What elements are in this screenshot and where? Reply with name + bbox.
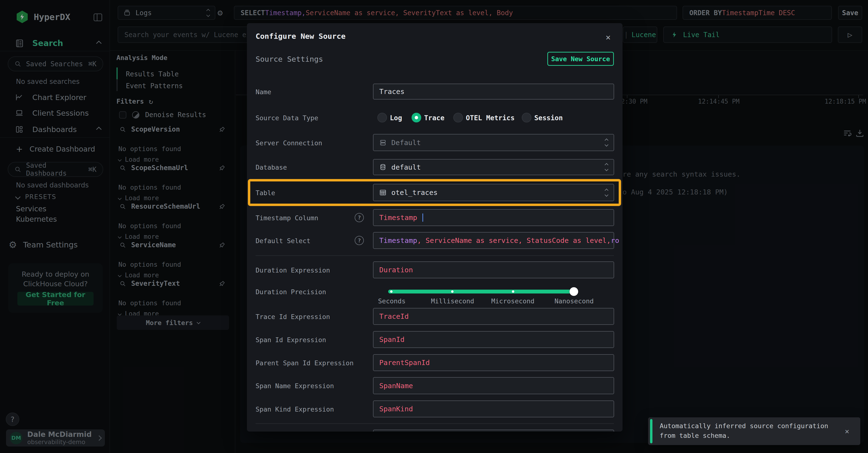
order-by-input[interactable]: ORDER BY TimestampTime DESC xyxy=(683,6,832,20)
sidebar-item-search[interactable]: Search xyxy=(15,38,101,48)
radio-log-label[interactable]: Log xyxy=(390,114,402,122)
parent-span-id-value: ParentSpanId xyxy=(379,359,430,367)
duration-precision-slider[interactable] xyxy=(388,290,576,293)
span-id-label: Span Id Expression xyxy=(255,336,326,344)
span-kind-input[interactable]: SpanKind xyxy=(373,400,614,417)
filter-name[interactable]: ResourceSchemaUrl xyxy=(131,202,200,211)
default-select-part2: , ServiceName as service, StatusCode as … xyxy=(417,236,611,245)
refresh-icon[interactable]: ↻ xyxy=(149,97,153,105)
plus-icon: + xyxy=(16,144,23,154)
pin-icon[interactable] xyxy=(218,164,226,171)
radio-otel-metrics[interactable] xyxy=(453,113,463,122)
timestamp-column-input[interactable]: Timestamp xyxy=(373,209,614,226)
span-id-value: SpanId xyxy=(379,335,405,344)
duration-expression-input[interactable]: Duration xyxy=(373,261,614,278)
database-select[interactable]: default xyxy=(373,159,614,175)
pin-icon[interactable] xyxy=(218,203,226,210)
save-new-source-button[interactable]: Save New Source xyxy=(547,52,614,66)
load-more-button[interactable]: Load more xyxy=(118,271,244,279)
presets-toggle[interactable]: PRESETS xyxy=(16,193,56,200)
slider-thumb[interactable] xyxy=(569,287,578,296)
saved-dashboards-input[interactable]: Saved Dashboards ⌘K xyxy=(8,162,103,177)
shortcut-hint: ⌘K xyxy=(88,60,96,68)
dashboards-icon xyxy=(15,125,24,134)
pin-icon[interactable] xyxy=(218,241,226,249)
pin-icon[interactable] xyxy=(218,280,226,287)
live-tail-button[interactable]: Live Tail xyxy=(663,27,832,43)
default-select-part1: Timestamp xyxy=(379,236,417,245)
user-menu[interactable]: DM Dale McDiarmid observability-demo xyxy=(6,429,105,447)
lucene-toggle[interactable]: | Lucene xyxy=(623,27,657,43)
server-connection-select[interactable]: Default xyxy=(373,134,614,151)
create-dashboard-label: Create Dashboard xyxy=(30,145,95,153)
radio-trace[interactable] xyxy=(411,113,421,122)
create-dashboard-button[interactable]: + Create Dashboard xyxy=(16,144,95,154)
load-more-button[interactable]: Load more xyxy=(118,194,244,202)
save-label: Save xyxy=(842,9,858,17)
sidebar-item-label: Search xyxy=(32,38,63,48)
radio-session-label[interactable]: Session xyxy=(534,114,563,122)
precision-tick-label[interactable]: Seconds xyxy=(378,297,406,305)
tab-event-patterns[interactable]: Event Patterns xyxy=(126,82,183,90)
precision-tick-label[interactable]: Nanosecond xyxy=(555,297,594,305)
radio-session[interactable] xyxy=(522,113,531,122)
denoise-results-option[interactable]: Denoise Results xyxy=(119,111,206,119)
saved-searches-input[interactable]: Saved Searches ⌘K xyxy=(8,56,103,71)
trace-id-input[interactable]: TraceId xyxy=(373,308,614,325)
help-circle-icon[interactable]: ? xyxy=(355,236,364,245)
tab-label: Event Patterns xyxy=(126,82,183,90)
download-icon[interactable] xyxy=(855,128,865,138)
sql-select-input[interactable]: SELECT Timestamp, ServiceName as service… xyxy=(234,6,677,20)
more-filters-button[interactable]: More filters xyxy=(117,315,229,330)
sidebar-item-services[interactable]: Services xyxy=(16,204,46,213)
span-id-input[interactable]: SpanId xyxy=(373,331,614,348)
no-saved-searches-text: No saved searches xyxy=(16,77,80,86)
run-query-play-button[interactable]: ▷ xyxy=(838,27,862,43)
parent-span-id-label: Parent Span Id Expression xyxy=(255,359,353,367)
help-circle-icon[interactable]: ? xyxy=(355,213,364,222)
filter-name[interactable]: SeverityText xyxy=(131,280,180,288)
default-select-input[interactable]: Timestamp, ServiceName as service, Statu… xyxy=(373,232,614,249)
collapse-sidebar-icon[interactable] xyxy=(93,13,103,22)
sidebar-item-client-sessions[interactable]: Client Sessions xyxy=(15,109,89,117)
close-icon[interactable]: ✕ xyxy=(606,32,611,42)
tab-results-table[interactable]: Results Table xyxy=(126,70,179,78)
precision-tick-label[interactable]: Microsecond xyxy=(491,297,534,305)
sidebar-item-kubernetes[interactable]: Kubernetes xyxy=(16,215,57,223)
sidebar-item-dashboards[interactable]: Dashboards xyxy=(15,125,101,134)
promo-line1: Ready to deploy on xyxy=(8,270,103,278)
toast-close-icon[interactable]: ✕ xyxy=(845,427,849,435)
pin-icon[interactable] xyxy=(218,126,226,133)
search-icon xyxy=(120,203,126,209)
radio-trace-label[interactable]: Trace xyxy=(424,114,444,122)
toast-accent-bar xyxy=(650,419,652,443)
gear-icon: ⚙ xyxy=(9,239,17,250)
help-button[interactable]: ? xyxy=(6,413,19,426)
radio-log[interactable] xyxy=(377,113,387,122)
sidebar-item-chart-explorer[interactable]: Chart Explorer xyxy=(15,93,86,102)
denoise-checkbox[interactable] xyxy=(119,111,126,119)
slider-mark xyxy=(512,290,514,293)
query-settings-gear-icon[interactable]: ⚙ xyxy=(217,8,223,18)
filter-name[interactable]: ServiceName xyxy=(131,241,176,249)
filter-name[interactable]: ScopeVersion xyxy=(131,125,180,133)
table-icon xyxy=(379,189,386,196)
wrap-lines-icon[interactable] xyxy=(842,128,852,138)
name-input[interactable]: Traces xyxy=(373,84,614,99)
brand[interactable]: HyperDX xyxy=(16,10,70,23)
load-more-label: Load more xyxy=(125,271,159,279)
parent-span-id-input[interactable]: ParentSpanId xyxy=(373,354,614,371)
sidebar-item-team-settings[interactable]: ⚙ Team Settings xyxy=(9,239,78,250)
load-more-button[interactable]: Load more xyxy=(118,156,244,163)
source-select[interactable]: Logs xyxy=(118,6,215,20)
load-more-button[interactable]: Load more xyxy=(118,233,244,240)
radio-otel-metrics-label[interactable]: OTEL Metrics xyxy=(466,114,515,122)
save-search-button[interactable]: Save xyxy=(838,6,862,20)
get-started-button[interactable]: Get Started for Free xyxy=(18,292,94,305)
hyperdx-logo-icon xyxy=(16,10,28,23)
table-select[interactable]: otel_traces xyxy=(373,184,614,201)
precision-tick-label[interactable]: Millisecond xyxy=(431,297,474,305)
span-name-input[interactable]: SpanName xyxy=(373,377,614,394)
timestamp-column-value: Timestamp xyxy=(379,214,417,222)
filter-name[interactable]: ScopeSchemaUrl xyxy=(131,164,188,172)
